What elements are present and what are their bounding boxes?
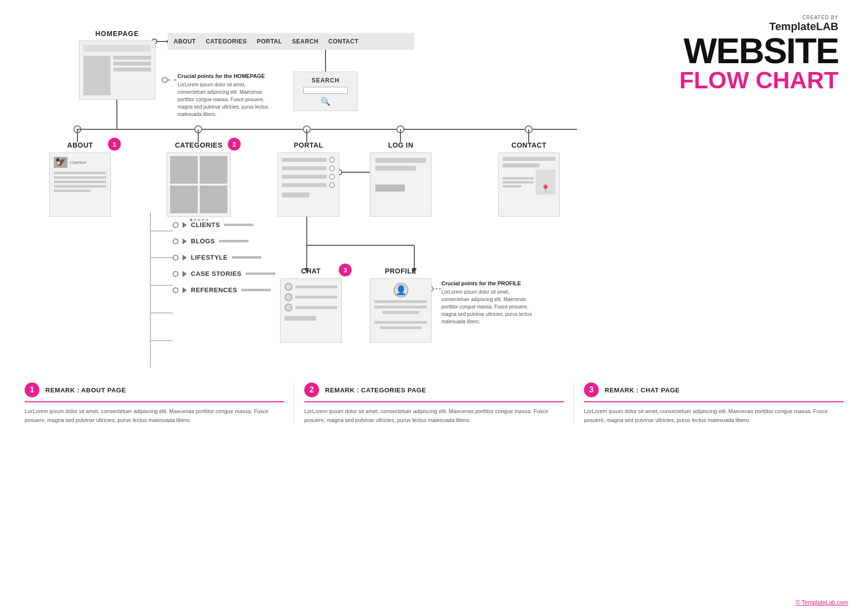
login-section: LOG IN — [370, 141, 432, 217]
map-pin-icon: 📍 — [541, 184, 550, 193]
created-by-label: CREATED BY — [679, 15, 838, 20]
search-label: SEARCH — [312, 77, 340, 84]
footer-link[interactable]: © TemplateLab.com — [796, 599, 848, 606]
submenu-arrow-3 — [182, 255, 187, 261]
portal-bar-4 — [282, 183, 326, 187]
submenu-circle-2 — [173, 238, 179, 244]
remark-title-3: REMARK : CHAT PAGE — [605, 386, 680, 394]
svg-point-6 — [397, 126, 404, 133]
categories-mockup — [167, 153, 231, 217]
about-eagle-logo: 🦅 — [54, 157, 68, 168]
submenu-item-blogs[interactable]: BLOGS — [173, 237, 275, 245]
submenu-label-lifestyle: LIFESTYLE — [191, 254, 228, 261]
remark-divider-2 — [304, 401, 564, 402]
remark-badge-3: 3 — [584, 383, 599, 397]
cat-cell-4 — [200, 186, 227, 213]
about-section: ABOUT 1 🦅 COMPANY — [49, 141, 111, 217]
submenu-item-lifestyle[interactable]: LIFESTYLE — [173, 254, 275, 261]
svg-point-3 — [74, 126, 81, 133]
profile-title: PROFILE — [385, 267, 416, 275]
flow-chart-subtitle: FLOW CHART — [679, 69, 838, 92]
contact-section: CONTACT 📍 — [498, 141, 560, 217]
homepage-label: HOMEPAGE — [79, 30, 155, 38]
submenu-label-blogs: BLOGS — [191, 237, 215, 245]
remark-divider-1 — [25, 401, 284, 402]
submenu-item-case-stories[interactable]: CASE STORIES — [173, 270, 275, 277]
crucial-dot — [162, 77, 168, 83]
homepage-line-2 — [113, 62, 151, 66]
nav-item-categories[interactable]: CATEGORIES — [206, 38, 247, 45]
contact-line-1 — [503, 177, 534, 180]
contact-bottom-row: 📍 — [503, 170, 555, 194]
homepage-content-left — [83, 56, 110, 95]
chat-title: CHAT — [301, 267, 321, 275]
homepage-mockup — [79, 40, 155, 100]
submenu-circle-4 — [173, 271, 179, 277]
branding-block: CREATED BY TemplateLAB WEBSITE FLOW CHAR… — [679, 15, 838, 92]
remark-text-1: LorLorem ipsum dolor sit amet, consectet… — [25, 407, 284, 424]
submenu-circle-1 — [173, 222, 179, 228]
submenu-item-references[interactable]: REFERENCES — [173, 286, 275, 294]
remark-text-2: LorLorem ipsum dolor sit amet, consectet… — [304, 407, 564, 424]
submenu-arrow-5 — [182, 287, 187, 293]
portal-bar-2 — [282, 166, 326, 170]
crucial-homepage-body: LorLorem ipsum dolor sit amet, consectet… — [178, 81, 274, 118]
remark-divider-3 — [584, 401, 843, 402]
about-line-5 — [54, 190, 91, 192]
profile-line-2 — [374, 306, 427, 308]
categories-title: CATEGORIES — [175, 141, 223, 149]
profile-line-4 — [374, 321, 427, 324]
submenu-line-1 — [224, 224, 253, 226]
categories-badge: 2 — [228, 138, 241, 151]
submenu-label-case-stories: CASE STORIES — [191, 270, 242, 277]
submenu-item-clients[interactable]: CLIENTS — [173, 221, 275, 229]
portal-circle-3 — [329, 174, 335, 180]
login-button — [375, 185, 405, 192]
contact-field-2 — [503, 163, 540, 167]
portal-submit-btn — [282, 192, 309, 197]
remark-item-3: 3 REMARK : CHAT PAGE LorLorem ipsum dolo… — [574, 383, 853, 424]
remark-item-1: 1 REMARK : ABOUT PAGE LorLorem ipsum dol… — [15, 383, 294, 424]
submenu-circle-3 — [173, 255, 179, 261]
profile-mockup: 👤 — [370, 278, 432, 343]
chat-line-2 — [295, 296, 337, 299]
contact-mockup: 📍 — [498, 153, 560, 217]
categories-section: CATEGORIES 2 — [167, 141, 231, 221]
portal-mockup — [278, 153, 339, 217]
remark-header-2: 2 REMARK : CATEGORIES PAGE — [304, 383, 564, 397]
chat-row-3 — [285, 304, 337, 311]
about-line-1 — [54, 172, 107, 174]
submenu-label-clients: CLIENTS — [191, 221, 220, 229]
chat-mockup — [280, 278, 342, 343]
remark-header-3: 3 REMARK : CHAT PAGE — [584, 383, 843, 397]
about-line-3 — [54, 181, 107, 183]
chat-row-1 — [285, 283, 337, 291]
svg-point-7 — [525, 126, 532, 133]
bottom-remarks-section: 1 REMARK : ABOUT PAGE LorLorem ipsum dol… — [15, 383, 853, 424]
nav-item-search[interactable]: SEARCH — [292, 38, 319, 45]
about-company-text: COMPANY — [70, 161, 87, 164]
submenu-line-5 — [241, 289, 271, 291]
search-icon: 🔍 — [321, 97, 330, 106]
login-mockup — [370, 153, 432, 217]
remark-title-2: REMARK : CATEGORIES PAGE — [325, 386, 426, 394]
chat-line-3 — [295, 306, 337, 309]
svg-point-5 — [303, 126, 310, 133]
about-line-4 — [54, 185, 107, 188]
crucial-homepage-box: Crucial points for the HOMEPAGE LorLorem… — [178, 73, 274, 118]
profile-line-5 — [380, 326, 422, 329]
submenu-arrow-1 — [182, 222, 187, 228]
homepage-content-right — [113, 56, 151, 95]
nav-item-portal[interactable]: PORTAL — [257, 38, 282, 45]
login-field-2 — [375, 166, 416, 171]
chat-submit — [285, 316, 316, 321]
search-bar — [303, 87, 348, 94]
portal-row-2 — [282, 165, 335, 171]
portal-circle-2 — [329, 165, 335, 171]
portal-row-4 — [282, 182, 335, 188]
nav-item-about[interactable]: ABOUT — [174, 38, 196, 45]
cat-cell-3 — [170, 186, 198, 213]
nav-item-contact[interactable]: CONTACT — [328, 38, 359, 45]
chat-line-1 — [295, 285, 337, 288]
remark-text-3: LorLorem ipsum dolor sit amet, consectet… — [584, 407, 843, 424]
